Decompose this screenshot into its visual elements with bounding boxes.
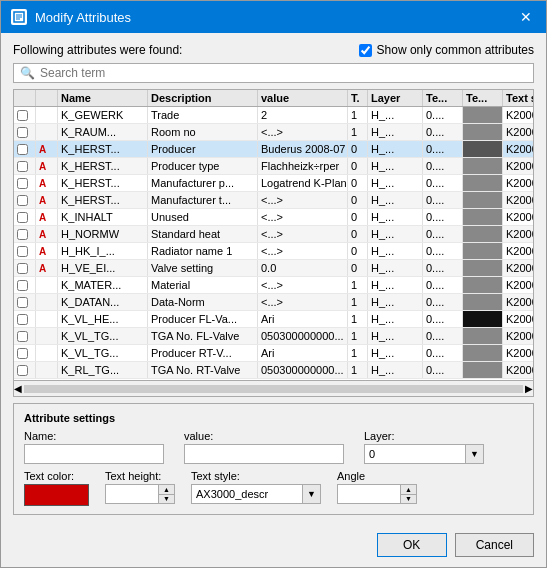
ok-button[interactable]: OK [377, 533, 447, 557]
row-checkbox[interactable] [14, 175, 36, 191]
search-box[interactable]: 🔍 [13, 63, 534, 83]
row-desc: Valve setting [148, 260, 258, 276]
scroll-left-arrow[interactable]: ◀ [14, 383, 22, 394]
search-input[interactable] [40, 66, 527, 80]
table-row[interactable]: K_GEWERK Trade 2 1 H_... 0.... K2000S [14, 107, 533, 124]
row-checkbox[interactable] [14, 294, 36, 310]
table-row[interactable]: A K_INHALT Unused <...> 0 H_... 0.... K2… [14, 209, 533, 226]
attr-settings-title: Attribute settings [24, 412, 523, 424]
row-textst: K2000S [503, 277, 533, 293]
row-value: 050300000000... [258, 362, 348, 378]
angle-spinner-up[interactable]: ▲ [401, 485, 416, 495]
scroll-right-arrow[interactable]: ▶ [525, 383, 533, 394]
row-t: 0 [348, 260, 368, 276]
value-input[interactable] [184, 444, 344, 464]
table-row[interactable]: A H_VE_EI... Valve setting 0.0 0 H_... 0… [14, 260, 533, 277]
row-checkbox[interactable] [14, 209, 36, 225]
table-row[interactable]: K_RAUM... Room no <...> 1 H_... 0.... K2… [14, 124, 533, 141]
row-checkbox[interactable] [14, 158, 36, 174]
table-row[interactable]: K_VL_TG... Producer RT-V... Ari 1 H_... … [14, 345, 533, 362]
text-height-input[interactable] [106, 488, 158, 500]
name-input[interactable] [24, 444, 164, 464]
text-height-spinner[interactable]: ▲ ▼ [105, 484, 175, 504]
text-height-field: Text height: ▲ ▼ [105, 470, 175, 504]
row-checkbox[interactable] [14, 328, 36, 344]
row-layer: H_... [368, 124, 423, 140]
bottom-buttons: OK Cancel [1, 525, 546, 567]
close-button[interactable]: ✕ [516, 7, 536, 27]
col-value: value [258, 90, 348, 106]
row-icon [36, 362, 58, 378]
text-color-box[interactable] [24, 484, 89, 506]
text-style-value: AX3000_descr [192, 488, 302, 500]
table-row[interactable]: A K_HERST... Producer type Flachheizk÷rp… [14, 158, 533, 175]
angle-input[interactable] [338, 488, 400, 500]
row-t: 1 [348, 107, 368, 123]
spinner-arrows: ▲ ▼ [158, 485, 174, 503]
layer-select[interactable]: 0 ▼ [364, 444, 484, 464]
row-value: <...> [258, 226, 348, 242]
row-icon: A [36, 192, 58, 208]
table-row[interactable]: K_VL_HE... Producer FL-Va... Ari 1 H_...… [14, 311, 533, 328]
horizontal-scrollbar[interactable]: ◀ ▶ [14, 380, 533, 396]
row-layer: H_... [368, 362, 423, 378]
row-checkbox[interactable] [14, 345, 36, 361]
text-height-label: Text height: [105, 470, 175, 482]
row-name: K_HERST... [58, 192, 148, 208]
row-textst: K2000S [503, 124, 533, 140]
row-layer: H_... [368, 226, 423, 242]
style-dropdown-arrow[interactable]: ▼ [302, 485, 320, 503]
row-t: 1 [348, 328, 368, 344]
attributes-table: Name Description value T. Layer Te... Te… [13, 89, 534, 397]
table-body: K_GEWERK Trade 2 1 H_... 0.... K2000S K_… [14, 107, 533, 380]
row-te1: 0.... [423, 226, 463, 242]
text-style-field: Text style: AX3000_descr ▼ [191, 470, 321, 504]
row-checkbox[interactable] [14, 260, 36, 276]
table-row[interactable]: K_RL_TG... TGA No. RT-Valve 050300000000… [14, 362, 533, 379]
row-layer: H_... [368, 141, 423, 157]
table-row[interactable]: A K_HERST... Manufacturer t... <...> 0 H… [14, 192, 533, 209]
row-checkbox[interactable] [14, 124, 36, 140]
row-checkbox[interactable] [14, 107, 36, 123]
layer-dropdown-arrow[interactable]: ▼ [465, 445, 483, 463]
row-textst: K2000S [503, 328, 533, 344]
row-desc: TGA No. FL-Valve [148, 328, 258, 344]
row-name: H_VE_EI... [58, 260, 148, 276]
row-checkbox[interactable] [14, 226, 36, 242]
spinner-down[interactable]: ▼ [159, 495, 174, 504]
row-checkbox[interactable] [14, 311, 36, 327]
row-checkbox[interactable] [14, 362, 36, 378]
table-row[interactable]: A H_NORMW Standard heat <...> 0 H_... 0.… [14, 226, 533, 243]
row-checkbox[interactable] [14, 243, 36, 259]
row-desc: Unused [148, 209, 258, 225]
table-row[interactable]: A K_HERST... Producer Buderus 2008-07 0 … [14, 141, 533, 158]
text-style-select[interactable]: AX3000_descr ▼ [191, 484, 321, 504]
angle-spinner-down[interactable]: ▼ [401, 495, 416, 504]
row-textst: K2000S [503, 226, 533, 242]
row-value: 2 [258, 107, 348, 123]
row-value: 050300000000... [258, 328, 348, 344]
row-icon: A [36, 243, 58, 259]
table-row[interactable]: K_VL_TG... TGA No. FL-Valve 050300000000… [14, 328, 533, 345]
cancel-button[interactable]: Cancel [455, 533, 534, 557]
table-row[interactable]: K_DATAN... Data-Norm <...> 1 H_... 0....… [14, 294, 533, 311]
name-label: Name: [24, 430, 164, 442]
show-common-checkbox-row[interactable]: Show only common attributes [359, 43, 534, 57]
dialog-title: Modify Attributes [35, 10, 131, 25]
row-name: K_INHALT [58, 209, 148, 225]
row-value: 0.0 [258, 260, 348, 276]
show-common-checkbox[interactable] [359, 44, 372, 57]
row-value: Ari [258, 345, 348, 361]
table-row[interactable]: K_MATER... Material <...> 1 H_... 0.... … [14, 277, 533, 294]
row-icon: A [36, 141, 58, 157]
value-label: value: [184, 430, 344, 442]
row-textst: K2000S [503, 175, 533, 191]
table-row[interactable]: A K_HERST... Manufacturer p... Logatrend… [14, 175, 533, 192]
row-checkbox[interactable] [14, 192, 36, 208]
angle-spinner[interactable]: ▲ ▼ [337, 484, 417, 504]
row-checkbox[interactable] [14, 277, 36, 293]
row-checkbox[interactable] [14, 141, 36, 157]
row-textst: K2000S [503, 362, 533, 378]
table-row[interactable]: A H_HK_I_... Radiator name 1 <...> 0 H_.… [14, 243, 533, 260]
spinner-up[interactable]: ▲ [159, 485, 174, 495]
